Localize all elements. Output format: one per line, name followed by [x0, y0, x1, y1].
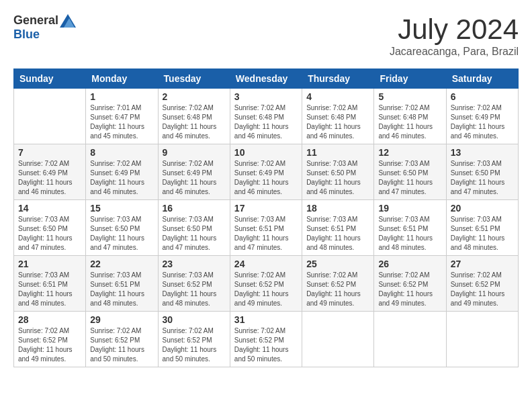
day-number: 30 [163, 314, 226, 325]
header-monday: Monday [86, 69, 158, 89]
day-info: Sunrise: 7:03 AM Sunset: 6:51 PM Dayligh… [234, 215, 298, 253]
calendar-cell: 7Sunrise: 7:02 AM Sunset: 6:49 PM Daylig… [14, 144, 86, 200]
day-info: Sunrise: 7:03 AM Sunset: 6:51 PM Dayligh… [18, 271, 81, 308]
header-thursday: Thursday [302, 69, 374, 89]
calendar-cell [14, 89, 86, 144]
day-info: Sunrise: 7:02 AM Sunset: 6:52 PM Dayligh… [163, 326, 226, 364]
day-number: 5 [378, 91, 441, 102]
header-tuesday: Tuesday [158, 69, 230, 89]
calendar-cell: 31Sunrise: 7:02 AM Sunset: 6:52 PM Dayli… [230, 312, 302, 367]
calendar-cell: 15Sunrise: 7:03 AM Sunset: 6:50 PM Dayli… [86, 200, 158, 256]
calendar-week-row: 14Sunrise: 7:03 AM Sunset: 6:50 PM Dayli… [14, 200, 519, 256]
day-info: Sunrise: 7:02 AM Sunset: 6:48 PM Dayligh… [234, 103, 298, 141]
day-info: Sunrise: 7:03 AM Sunset: 6:52 PM Dayligh… [163, 271, 226, 308]
location-subtitle: Jacareacanga, Para, Brazil [390, 46, 519, 58]
day-number: 16 [163, 203, 226, 214]
day-number: 29 [90, 314, 153, 325]
header-wednesday: Wednesday [230, 69, 302, 89]
calendar-week-row: 21Sunrise: 7:03 AM Sunset: 6:51 PM Dayli… [14, 256, 519, 312]
day-info: Sunrise: 7:02 AM Sunset: 6:52 PM Dayligh… [18, 326, 81, 364]
calendar-cell: 4Sunrise: 7:02 AM Sunset: 6:48 PM Daylig… [302, 89, 374, 144]
day-info: Sunrise: 7:03 AM Sunset: 6:50 PM Dayligh… [18, 215, 81, 253]
day-info: Sunrise: 7:02 AM Sunset: 6:52 PM Dayligh… [451, 271, 514, 308]
day-number: 2 [163, 91, 226, 102]
calendar-cell: 2Sunrise: 7:02 AM Sunset: 6:48 PM Daylig… [158, 89, 230, 144]
day-number: 7 [18, 147, 81, 158]
day-number: 27 [451, 259, 514, 269]
calendar-cell: 12Sunrise: 7:03 AM Sunset: 6:50 PM Dayli… [374, 144, 446, 200]
calendar-cell: 16Sunrise: 7:03 AM Sunset: 6:50 PM Dayli… [158, 200, 230, 256]
calendar-cell [374, 312, 446, 367]
day-number: 25 [306, 259, 369, 269]
day-number: 28 [18, 314, 81, 325]
day-number: 11 [306, 147, 369, 158]
day-info: Sunrise: 7:03 AM Sunset: 6:51 PM Dayligh… [451, 215, 514, 253]
logo: General Blue [13, 13, 76, 42]
day-info: Sunrise: 7:01 AM Sunset: 6:47 PM Dayligh… [90, 103, 153, 141]
calendar-cell: 3Sunrise: 7:02 AM Sunset: 6:48 PM Daylig… [230, 89, 302, 144]
day-number: 1 [90, 91, 153, 102]
calendar-cell: 18Sunrise: 7:03 AM Sunset: 6:51 PM Dayli… [302, 200, 374, 256]
day-info: Sunrise: 7:02 AM Sunset: 6:48 PM Dayligh… [306, 103, 369, 141]
calendar-cell: 17Sunrise: 7:03 AM Sunset: 6:51 PM Dayli… [230, 200, 302, 256]
calendar-cell: 29Sunrise: 7:02 AM Sunset: 6:52 PM Dayli… [86, 312, 158, 367]
day-number: 20 [451, 203, 514, 214]
title-section: July 2024 Jacareacanga, Para, Brazil [390, 13, 519, 58]
day-number: 14 [18, 203, 81, 214]
day-info: Sunrise: 7:02 AM Sunset: 6:49 PM Dayligh… [234, 159, 298, 197]
day-number: 21 [18, 259, 81, 269]
calendar-cell: 21Sunrise: 7:03 AM Sunset: 6:51 PM Dayli… [14, 256, 86, 312]
day-info: Sunrise: 7:02 AM Sunset: 6:48 PM Dayligh… [378, 103, 441, 141]
calendar-week-row: 28Sunrise: 7:02 AM Sunset: 6:52 PM Dayli… [14, 312, 519, 367]
calendar-table: SundayMondayTuesdayWednesdayThursdayFrid… [13, 68, 519, 367]
day-info: Sunrise: 7:02 AM Sunset: 6:52 PM Dayligh… [234, 326, 298, 364]
day-info: Sunrise: 7:03 AM Sunset: 6:51 PM Dayligh… [306, 215, 369, 253]
page-header: General Blue July 2024 Jacareacanga, Par… [13, 13, 519, 58]
header-sunday: Sunday [14, 69, 86, 89]
calendar-week-row: 1Sunrise: 7:01 AM Sunset: 6:47 PM Daylig… [14, 89, 519, 144]
calendar-cell: 26Sunrise: 7:02 AM Sunset: 6:52 PM Dayli… [374, 256, 446, 312]
day-number: 8 [90, 147, 153, 158]
calendar-cell: 9Sunrise: 7:02 AM Sunset: 6:49 PM Daylig… [158, 144, 230, 200]
day-info: Sunrise: 7:02 AM Sunset: 6:52 PM Dayligh… [378, 271, 441, 308]
calendar-cell: 28Sunrise: 7:02 AM Sunset: 6:52 PM Dayli… [14, 312, 86, 367]
day-number: 3 [234, 91, 298, 102]
header-saturday: Saturday [446, 69, 518, 89]
day-info: Sunrise: 7:03 AM Sunset: 6:50 PM Dayligh… [451, 159, 514, 197]
calendar-cell: 8Sunrise: 7:02 AM Sunset: 6:49 PM Daylig… [86, 144, 158, 200]
calendar-cell: 25Sunrise: 7:02 AM Sunset: 6:52 PM Dayli… [302, 256, 374, 312]
calendar-cell [302, 312, 374, 367]
day-info: Sunrise: 7:02 AM Sunset: 6:49 PM Dayligh… [18, 159, 81, 197]
calendar-cell: 1Sunrise: 7:01 AM Sunset: 6:47 PM Daylig… [86, 89, 158, 144]
calendar-cell: 27Sunrise: 7:02 AM Sunset: 6:52 PM Dayli… [446, 256, 518, 312]
day-info: Sunrise: 7:02 AM Sunset: 6:49 PM Dayligh… [163, 159, 226, 197]
day-number: 13 [451, 147, 514, 158]
calendar-cell: 22Sunrise: 7:03 AM Sunset: 6:51 PM Dayli… [86, 256, 158, 312]
day-number: 12 [378, 147, 441, 158]
day-info: Sunrise: 7:02 AM Sunset: 6:52 PM Dayligh… [306, 271, 369, 308]
calendar-cell: 10Sunrise: 7:02 AM Sunset: 6:49 PM Dayli… [230, 144, 302, 200]
header-friday: Friday [374, 69, 446, 89]
day-info: Sunrise: 7:02 AM Sunset: 6:49 PM Dayligh… [451, 103, 514, 141]
day-info: Sunrise: 7:03 AM Sunset: 6:50 PM Dayligh… [378, 159, 441, 197]
calendar-cell: 19Sunrise: 7:03 AM Sunset: 6:51 PM Dayli… [374, 200, 446, 256]
day-info: Sunrise: 7:02 AM Sunset: 6:52 PM Dayligh… [234, 271, 298, 308]
day-number: 26 [378, 259, 441, 269]
day-number: 31 [234, 314, 298, 325]
calendar-cell: 13Sunrise: 7:03 AM Sunset: 6:50 PM Dayli… [446, 144, 518, 200]
calendar-cell [446, 312, 518, 367]
calendar-cell: 14Sunrise: 7:03 AM Sunset: 6:50 PM Dayli… [14, 200, 86, 256]
logo-icon [60, 14, 76, 28]
day-number: 24 [234, 259, 298, 269]
day-number: 4 [306, 91, 369, 102]
day-info: Sunrise: 7:03 AM Sunset: 6:51 PM Dayligh… [90, 271, 153, 308]
day-number: 17 [234, 203, 298, 214]
day-number: 19 [378, 203, 441, 214]
calendar-week-row: 7Sunrise: 7:02 AM Sunset: 6:49 PM Daylig… [14, 144, 519, 200]
calendar-header-row: SundayMondayTuesdayWednesdayThursdayFrid… [14, 69, 519, 89]
day-info: Sunrise: 7:02 AM Sunset: 6:52 PM Dayligh… [90, 326, 153, 364]
day-info: Sunrise: 7:03 AM Sunset: 6:50 PM Dayligh… [90, 215, 153, 253]
logo-general-text: General [13, 13, 58, 28]
calendar-cell: 23Sunrise: 7:03 AM Sunset: 6:52 PM Dayli… [158, 256, 230, 312]
day-number: 22 [90, 259, 153, 269]
